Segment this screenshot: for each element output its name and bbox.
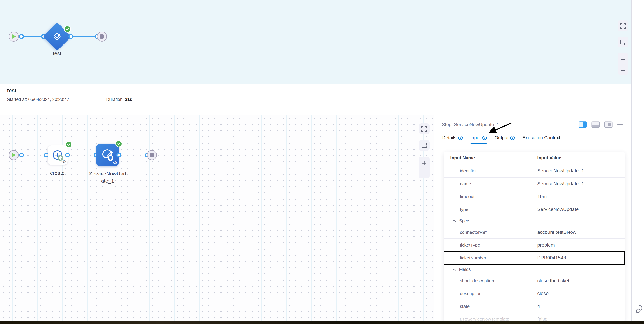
input-row-short_description: short_descriptionclose the ticket [444,274,625,287]
input-value: false [537,316,625,322]
info-icon [458,136,463,140]
step-success-badge-icon [115,140,122,147]
zoom-out-icon[interactable] [620,70,626,71]
marquee-select-button[interactable] [618,37,628,48]
link-port[interactable] [68,34,73,39]
zoom-control[interactable] [419,157,430,178]
step-wire [119,155,148,155]
step-success-badge-icon [65,141,72,148]
fullscreen-button[interactable] [618,21,628,31]
input-value: problem [537,242,625,248]
input-name: name [444,181,537,187]
panel-title: Step: ServiceNowUpdate_1 [442,122,499,127]
tab-label: Execution Context [522,135,560,141]
stage-deploy-icon [52,32,62,42]
fullscreen-button[interactable] [419,123,430,134]
group-label: Fields [459,267,471,272]
step-end-node[interactable] [147,150,157,160]
chevron-up-icon [452,220,456,222]
stage-graph-canvas[interactable]: test [0,0,630,84]
step-node-create[interactable]: </> [48,145,68,165]
info-icon [482,136,487,140]
tab-label: Details [442,135,456,141]
input-row-identifier: identifierServiceNowUpdate_1 [444,164,625,177]
group-row-fields[interactable]: Fields [444,264,625,274]
stop-icon [100,35,104,39]
group-row-spec[interactable]: Spec [444,216,625,226]
stage-end-node[interactable] [97,32,107,42]
column-input-value: Input Value [537,155,625,161]
tab-input[interactable]: Input [470,135,487,143]
stage-wire [71,36,98,37]
execution-header: test Started at: 05/04/2024, 20:23:47 Du… [0,84,630,115]
input-name: identifier [444,168,537,174]
zoom-control[interactable] [618,53,628,75]
input-row-connectorRef: connectorRefaccount.testSNow [444,226,625,238]
link-port[interactable] [65,153,70,158]
duration-text: Duration: 31s [106,97,132,102]
chevron-up-icon [452,268,456,270]
step-label-create: create [40,170,75,176]
input-row-description: descriptionclose [444,287,625,300]
step-node-servicenowupdate[interactable]: </> [96,144,119,166]
chat-help-button[interactable] [636,304,644,314]
panel-header: Step: ServiceNowUpdate_1 [434,115,630,134]
input-name: connectorRef [444,230,537,235]
pipeline-execution-screen: test test Started at: 05/04/2024, 20:23:… [0,0,644,324]
input-name: useServiceNowTemplate [444,316,537,322]
play-icon [12,153,16,157]
input-row-ticketNumber: ticketNumberPRB0041548 [444,251,625,264]
step-details-panel: Step: ServiceNowUpdate_1 Details [434,115,630,324]
input-name: ticketType [444,242,537,248]
input-value: 4 [537,303,625,309]
link-port[interactable] [19,34,24,39]
tab-label: Input [470,135,481,141]
step-start-node[interactable] [9,150,19,160]
zoom-in-icon[interactable] [421,160,427,166]
input-row-ticketType: ticketTypeproblem [444,238,625,251]
input-name: state [444,304,537,309]
stage-start-node[interactable] [9,32,19,42]
tab-details[interactable]: Details [442,135,463,143]
step-label-servicenowupdate: ServiceNowUpdate_1 [88,170,126,184]
tab-execution-context[interactable]: Execution Context [522,135,560,143]
input-table-card: Input Name Input Value identifierService… [444,152,625,322]
minimize-icon[interactable] [617,124,623,126]
input-value: 10m [537,194,625,199]
zoom-in-icon[interactable] [620,57,626,63]
layout-split-bottom-icon[interactable] [592,122,600,128]
input-value: close the ticket [537,278,625,283]
input-value: ServiceNowUpdate [537,207,625,212]
tabs-divider [434,143,630,143]
desktop-edge-strip [0,321,644,324]
input-value: PRB0041548 [537,255,625,261]
zoom-out-icon[interactable] [421,173,427,175]
step-wire [68,155,97,155]
yaml-code-icon: </> [112,161,117,165]
marquee-select-icon [620,40,625,45]
layout-split-right-icon[interactable] [579,122,587,128]
stage-label: test [40,51,74,57]
link-port[interactable] [19,153,24,158]
marquee-select-button[interactable] [419,140,430,151]
panel-layout-controls [579,122,623,128]
input-value: ServiceNowUpdate_1 [537,168,625,174]
input-row-state: state4 [444,300,625,312]
started-at-text: Started at: 05/04/2024, 20:23:47 [7,97,69,102]
input-table-body: identifierServiceNowUpdate_1nameServiceN… [444,164,625,322]
fullscreen-icon [620,23,626,29]
tab-output[interactable]: Output [494,135,515,143]
link-port[interactable] [116,153,121,158]
group-label: Spec [459,218,469,223]
servicenow-update-icon [100,147,115,162]
input-name: description [444,291,537,296]
column-input-name: Input Name [444,155,537,161]
scrollbar-track[interactable] [630,0,632,324]
input-row-name: nameServiceNowUpdate_1 [444,177,625,190]
yaml-code-icon: </> [62,159,66,164]
input-value: ServiceNowUpdate_1 [537,181,625,187]
layout-floating-icon[interactable] [604,122,612,128]
input-row-type: typeServiceNowUpdate [444,203,625,216]
input-name: short_description [444,278,537,283]
fullscreen-icon [421,126,427,132]
